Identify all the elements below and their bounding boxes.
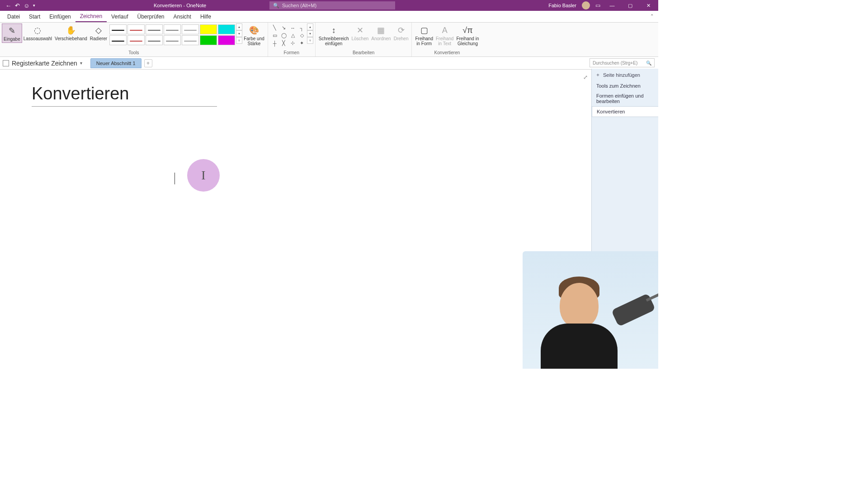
shape-down-icon[interactable]: ▾ <box>307 30 313 37</box>
cursor-highlight: I <box>187 159 220 192</box>
notebook-dropdown[interactable]: Registerkarte Zeichnen ▾ <box>3 60 82 67</box>
farbe-staerke-button[interactable]: 🎨 Farbe und Stärke <box>242 23 266 47</box>
palette-icon: 🎨 <box>249 24 259 36</box>
touch-icon[interactable]: ☺ <box>24 2 29 9</box>
gallery-up-icon[interactable]: ▴ <box>236 23 242 30</box>
shape-axes[interactable]: ┼ <box>271 40 279 47</box>
tab-ansicht[interactable]: Ansicht <box>169 12 196 22</box>
delete-icon: ✕ <box>357 24 363 36</box>
shape-axes3[interactable]: ⊹ <box>289 40 297 47</box>
document-title: Konvertieren - OneNote <box>154 3 206 8</box>
tab-einfuegen[interactable]: Einfügen <box>45 12 75 22</box>
ribbon-group-formen: ╲ ↘ ↔ ┐ ▭ ◯ △ ◇ ┼ ╳ ⊹ ✦ <box>268 23 316 56</box>
user-area: Fabio Basler ▭ — ▢ ✕ <box>548 1 655 9</box>
page-item[interactable]: Tools zum Zeichnen <box>592 81 658 91</box>
page-item[interactable]: Konvertieren <box>592 106 658 117</box>
group-label-konvertieren: Konvertieren <box>434 50 460 56</box>
pen-swatch[interactable] <box>164 35 181 45</box>
radierer-button[interactable]: ◇ Radierer <box>89 23 108 42</box>
expand-icon[interactable]: ⤢ <box>583 74 588 80</box>
lasso-button[interactable]: ◌ Lassoauswahl <box>22 23 53 42</box>
freihand-gleichung-button[interactable]: √π Freihand in Gleichung <box>455 23 480 47</box>
note-canvas[interactable]: ⤢ Konvertieren I <box>0 70 591 369</box>
pen-swatch[interactable] <box>182 35 199 45</box>
shape-double-arrow[interactable]: ↔ <box>289 24 297 31</box>
pen-swatch[interactable] <box>218 24 235 34</box>
pen-swatch[interactable] <box>146 35 163 45</box>
add-page-button[interactable]: ＋ Seite hinzufügen <box>592 69 658 81</box>
pen-swatch[interactable] <box>218 35 235 45</box>
pen-swatch[interactable] <box>127 35 145 45</box>
shape-more-icon[interactable]: ▿ <box>307 37 313 44</box>
verschiebehand-button[interactable]: ✋ Verschiebehand <box>53 23 89 42</box>
ink-to-text-icon: A <box>442 24 448 36</box>
tab-verlauf[interactable]: Verlauf <box>107 12 132 22</box>
arrange-icon: ▦ <box>377 24 385 36</box>
notebook-name-label: Registerkarte Zeichnen <box>12 60 77 67</box>
search-icon: 🔍 <box>273 3 279 9</box>
maximize-button[interactable]: ▢ <box>624 3 637 9</box>
tab-zeichnen[interactable]: Zeichnen <box>75 11 107 22</box>
user-name[interactable]: Fabio Basler <box>548 3 576 8</box>
freihand-form-button[interactable]: ▢ Freihand in Form <box>414 23 434 47</box>
minimize-button[interactable]: — <box>606 3 618 8</box>
chevron-down-icon: ▾ <box>80 61 82 66</box>
loeschen-button: ✕ Löschen <box>350 23 370 42</box>
pen-swatch[interactable] <box>109 35 127 45</box>
hand-icon: ✋ <box>66 24 76 36</box>
shape-axes2[interactable]: ╳ <box>280 40 288 47</box>
shape-elbow[interactable]: ┐ <box>298 24 306 31</box>
undo-icon[interactable]: ↶ <box>15 2 20 9</box>
collapse-ribbon-icon[interactable]: ⌃ <box>650 14 654 19</box>
ribbon: ✎ Eingabe ◌ Lassoauswahl ✋ Verschiebehan… <box>0 23 658 57</box>
section-bar: Registerkarte Zeichnen ▾ Neuer Abschnitt… <box>0 57 658 70</box>
add-section-button[interactable]: + <box>144 59 152 67</box>
section-search-input[interactable]: Durchsuchen (Strg+E) 🔍 <box>590 58 655 67</box>
freihand-text-button: A Freihand in Text <box>434 23 455 47</box>
notebook-icon <box>3 60 9 66</box>
shape-axes4[interactable]: ✦ <box>298 40 306 47</box>
tab-start[interactable]: Start <box>24 12 45 22</box>
microphone-icon <box>611 293 656 327</box>
schreibbereich-button[interactable]: ↕ Schreibbereich einfügen <box>317 23 350 47</box>
pen-swatch[interactable] <box>127 24 145 34</box>
cursor-text-icon: ✎ <box>9 25 15 37</box>
global-search-input[interactable]: 🔍 Suchen (Alt+M) <box>269 1 395 9</box>
qat-dropdown-icon[interactable]: ▾ <box>33 3 35 8</box>
pen-swatch[interactable] <box>164 24 181 34</box>
pen-gallery-arrows: ▴ ▾ ▿ <box>236 23 242 46</box>
title-bar: ← ↶ ☺ ▾ Konvertieren - OneNote 🔍 Suchen … <box>0 0 658 11</box>
webcam-overlay <box>523 251 658 369</box>
pen-swatch[interactable] <box>200 24 217 34</box>
pen-swatch[interactable] <box>146 24 163 34</box>
search-icon: 🔍 <box>646 61 651 66</box>
plus-icon: ＋ <box>595 71 600 78</box>
ribbon-mode-icon[interactable]: ▭ <box>595 2 600 9</box>
shape-triangle[interactable]: △ <box>289 32 297 39</box>
tab-ueberpruefen[interactable]: Überprüfen <box>132 12 169 22</box>
tab-hilfe[interactable]: Hilfe <box>196 12 216 22</box>
gallery-more-icon[interactable]: ▿ <box>236 37 242 44</box>
shape-rect[interactable]: ▭ <box>271 32 279 39</box>
shape-up-icon[interactable]: ▴ <box>307 23 313 30</box>
menu-tabs-row: Datei Start Einfügen Zeichnen Verlauf Üb… <box>0 11 658 23</box>
section-tab[interactable]: Neuer Abschnitt 1 <box>90 58 142 68</box>
rotate-icon: ⟳ <box>398 24 405 36</box>
page-title[interactable]: Konvertieren <box>32 84 217 107</box>
shape-arrow[interactable]: ↘ <box>280 24 288 31</box>
lasso-icon: ◌ <box>34 24 41 36</box>
shape-line[interactable]: ╲ <box>271 24 279 31</box>
pen-swatch[interactable] <box>109 24 127 34</box>
gallery-down-icon[interactable]: ▾ <box>236 30 242 37</box>
close-button[interactable]: ✕ <box>642 3 655 9</box>
shape-diamond[interactable]: ◇ <box>298 32 306 39</box>
tab-datei[interactable]: Datei <box>3 12 24 22</box>
pen-swatch[interactable] <box>182 24 199 34</box>
eingabe-button[interactable]: ✎ Eingabe <box>2 23 22 43</box>
back-icon[interactable]: ← <box>5 2 11 9</box>
pen-swatch[interactable] <box>200 35 217 45</box>
page-item[interactable]: Formen einfügen und bearbeiten <box>592 91 658 106</box>
shape-gallery-arrows: ▴ ▾ ▿ <box>307 23 313 47</box>
avatar[interactable] <box>582 1 590 9</box>
shape-oval[interactable]: ◯ <box>280 32 288 39</box>
